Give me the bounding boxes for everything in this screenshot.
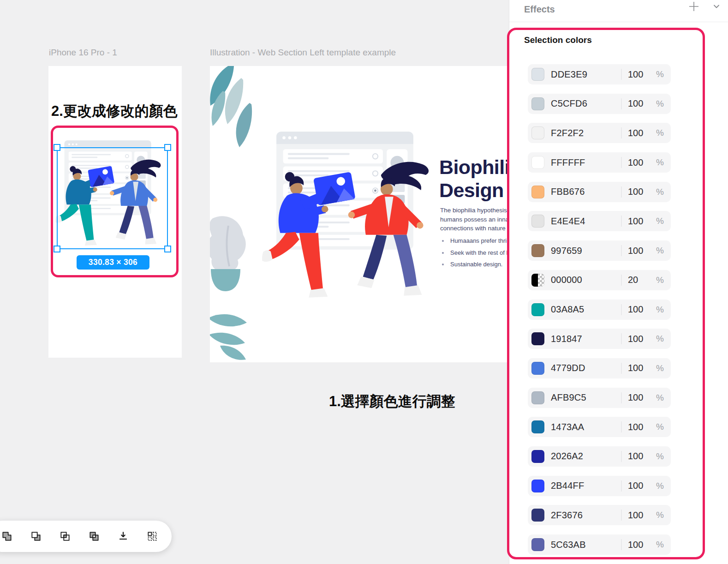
row-divider (621, 69, 622, 80)
annotation-step2[interactable]: 2.更改成修改的顏色 (51, 102, 178, 121)
selection-color-row[interactable]: FBB676 100 % (528, 182, 671, 202)
percent-sign: % (656, 216, 664, 226)
row-divider (621, 127, 622, 138)
annotation-step1[interactable]: 1.選擇顏色進行調整 (329, 392, 455, 411)
chevron-down-icon[interactable] (712, 2, 721, 11)
color-opacity-value[interactable]: 100 (628, 186, 643, 197)
illustration-scene-original[interactable] (262, 129, 443, 300)
union-icon[interactable] (1, 530, 13, 542)
color-opacity-value[interactable]: 100 (628, 510, 643, 521)
color-opacity-value[interactable]: 100 (628, 451, 643, 462)
color-opacity-value[interactable]: 20 (628, 275, 638, 285)
color-opacity-value[interactable]: 100 (628, 304, 643, 315)
selection-colors-title: Selection colors (524, 35, 592, 45)
row-divider (621, 186, 622, 198)
bullet-dot (442, 240, 444, 242)
selection-bounding-box[interactable] (57, 147, 168, 249)
color-hex-label[interactable]: 2026A2 (551, 451, 583, 462)
percent-sign: % (656, 69, 664, 79)
color-hex-label[interactable]: AFB9C5 (551, 392, 586, 403)
color-swatch[interactable] (531, 186, 544, 198)
color-opacity-value[interactable]: 100 (628, 246, 643, 256)
color-opacity-value[interactable]: 100 (628, 392, 643, 403)
color-hex-label[interactable]: FFFFFF (551, 157, 585, 168)
color-hex-label[interactable]: 2F3676 (551, 510, 583, 521)
bullet-item: Humaaans prefer thri (440, 238, 507, 244)
color-swatch[interactable] (531, 420, 544, 433)
selection-color-row[interactable]: 000000 20 % (528, 270, 671, 290)
color-swatch[interactable] (531, 68, 544, 81)
color-hex-label[interactable]: 1473AA (551, 422, 584, 432)
selection-color-row[interactable]: 4779DD 100 % (528, 358, 671, 378)
color-swatch[interactable] (531, 126, 544, 139)
frame-label-iphone[interactable]: iPhone 16 Pro - 1 (49, 48, 117, 58)
selection-handle-bottom-right[interactable] (164, 246, 171, 252)
color-hex-label[interactable]: E4E4E4 (551, 216, 585, 227)
selection-color-row[interactable]: 2B44FF 100 % (528, 476, 671, 496)
row-divider (621, 480, 622, 492)
subtract-icon[interactable] (30, 530, 42, 542)
selection-color-row[interactable]: FFFFFF 100 % (528, 152, 671, 173)
color-opacity-value[interactable]: 100 (628, 422, 643, 432)
color-opacity-value[interactable]: 100 (628, 216, 643, 227)
color-opacity-value[interactable]: 100 (628, 69, 643, 80)
flatten-icon[interactable] (117, 530, 129, 542)
color-swatch[interactable] (531, 97, 544, 110)
color-hex-label[interactable]: 4779DD (551, 363, 585, 373)
color-hex-label[interactable]: C5CFD6 (551, 98, 587, 109)
color-hex-label[interactable]: 03A8A5 (551, 304, 584, 315)
color-hex-label[interactable]: F2F2F2 (551, 128, 584, 138)
color-swatch[interactable] (531, 480, 544, 492)
add-effect-icon[interactable] (687, 0, 701, 13)
color-swatch[interactable] (531, 244, 544, 257)
selection-color-row[interactable]: 997659 100 % (528, 240, 671, 261)
selection-color-row[interactable]: 2026A2 100 % (528, 446, 671, 467)
selection-color-row[interactable]: AFB9C5 100 % (528, 388, 671, 408)
selection-color-row[interactable]: 1473AA 100 % (528, 417, 671, 437)
selection-color-row[interactable]: C5CFD6 100 % (528, 94, 671, 114)
color-opacity-value[interactable]: 100 (628, 363, 643, 373)
frame-illustration-template[interactable]: Biophilia Design The biophilia hypothesi… (210, 66, 507, 362)
row-divider (621, 451, 622, 462)
selection-color-row[interactable]: 03A8A5 100 % (528, 300, 671, 320)
selection-color-row[interactable]: 2F3676 100 % (528, 505, 671, 525)
percent-sign: % (656, 246, 664, 256)
intersect-icon[interactable] (59, 530, 71, 542)
selection-handle-top-right[interactable] (164, 144, 171, 151)
color-hex-label[interactable]: DDE3E9 (551, 69, 587, 80)
color-opacity-value[interactable]: 100 (628, 98, 643, 109)
color-swatch[interactable] (531, 450, 544, 463)
selection-color-row[interactable]: DDE3E9 100 % (528, 64, 671, 84)
color-hex-label[interactable]: FBB676 (551, 186, 585, 197)
color-swatch[interactable] (531, 274, 544, 287)
color-swatch[interactable] (531, 332, 544, 345)
color-opacity-value[interactable]: 100 (628, 157, 643, 168)
color-swatch[interactable] (531, 156, 544, 169)
color-opacity-value[interactable]: 100 (628, 334, 643, 344)
selection-handle-bottom-left[interactable] (54, 246, 60, 252)
color-swatch[interactable] (531, 391, 544, 404)
color-opacity-value[interactable]: 100 (628, 128, 643, 138)
selection-color-row[interactable]: E4E4E4 100 % (528, 211, 671, 231)
color-swatch[interactable] (531, 215, 544, 228)
color-swatch[interactable] (531, 362, 544, 375)
color-hex-label[interactable]: 2B44FF (551, 480, 584, 491)
selection-color-row[interactable]: 5C63AB 100 % (528, 534, 671, 555)
color-swatch[interactable] (531, 303, 544, 316)
exclude-icon[interactable] (88, 530, 100, 542)
frame-label-illustration[interactable]: Illustration - Web Section Left template… (210, 48, 396, 58)
color-opacity-value[interactable]: 100 (628, 540, 643, 550)
selection-color-row[interactable]: 191847 100 % (528, 329, 671, 349)
color-hex-label[interactable]: 191847 (551, 334, 582, 344)
percent-sign: % (656, 334, 664, 344)
color-hex-label[interactable]: 5C63AB (551, 540, 586, 550)
color-swatch[interactable] (531, 538, 544, 551)
color-hex-label[interactable]: 000000 (551, 275, 582, 285)
dashed-selection-icon[interactable] (146, 530, 158, 542)
color-swatch[interactable] (531, 509, 544, 522)
color-hex-label[interactable]: 997659 (551, 246, 582, 256)
color-opacity-value[interactable]: 100 (628, 480, 643, 491)
percent-sign: % (656, 510, 664, 520)
selection-handle-top-left[interactable] (54, 144, 60, 151)
selection-color-row[interactable]: F2F2F2 100 % (528, 123, 671, 143)
